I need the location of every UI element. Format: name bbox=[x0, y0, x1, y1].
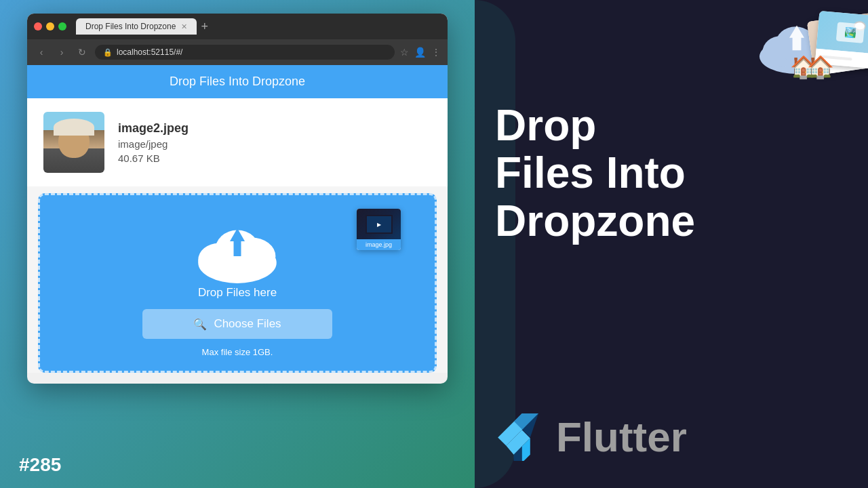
new-tab-button[interactable]: + bbox=[201, 20, 208, 34]
forward-button[interactable]: › bbox=[54, 47, 69, 58]
minimize-button[interactable] bbox=[46, 22, 54, 30]
app-header: Drop Files Into Dropzone bbox=[27, 65, 448, 98]
floating-file-thumbnail: ▶ image.jpg bbox=[357, 209, 401, 250]
title-line1: Drop bbox=[495, 102, 695, 149]
choose-files-button[interactable]: 🔍 Choose Files bbox=[142, 309, 332, 339]
episode-number: #285 bbox=[19, 454, 61, 476]
browser-window: Drop Files Into Dropzone ✕ + ‹ › ↻ 🔒 loc… bbox=[27, 14, 448, 384]
tab-title: Drop Files Into Dropzone bbox=[85, 22, 176, 31]
flutter-label: Flutter bbox=[556, 413, 687, 461]
maximize-button[interactable] bbox=[58, 22, 66, 30]
file-size: 40.67 KB bbox=[118, 152, 189, 164]
bookmark-icon[interactable]: ☆ bbox=[400, 47, 409, 58]
search-icon: 🔍 bbox=[193, 318, 207, 331]
reload-button[interactable]: ↻ bbox=[75, 47, 90, 58]
menu-icon[interactable]: ⋮ bbox=[431, 47, 441, 58]
title-bar: Drop Files Into Dropzone ✕ + bbox=[27, 14, 448, 39]
title-line2: Files Into bbox=[495, 149, 695, 197]
close-button[interactable] bbox=[34, 22, 42, 30]
svg-text:▶: ▶ bbox=[377, 222, 382, 228]
right-panel-title: Drop Files Into Dropzone bbox=[495, 102, 695, 245]
app-content: Drop Files Into Dropzone image2.jpeg ima… bbox=[27, 65, 448, 373]
file-info: image2.jpeg image/jpeg 40.67 KB bbox=[118, 121, 189, 164]
drop-files-text: Drop Files here bbox=[198, 286, 277, 300]
url-text: localhost:52115/#/ bbox=[117, 47, 182, 57]
tab-bar: Drop Files Into Dropzone ✕ + bbox=[76, 18, 441, 35]
floating-file-label: image.jpg bbox=[357, 239, 401, 250]
max-size-text: Max file size 1GB. bbox=[202, 347, 273, 357]
dropzone[interactable]: ▶ image.jpg Drop Files here 🔍 bbox=[38, 193, 437, 373]
choose-files-label: Choose Files bbox=[214, 317, 281, 331]
url-bar[interactable]: 🔒 localhost:52115/#/ bbox=[95, 45, 395, 60]
profile-icon[interactable]: 👤 bbox=[414, 47, 426, 58]
title-line3: Dropzone bbox=[495, 197, 695, 245]
right-panel: 🏔️ 🏞️ 🏠 🏠 Drop Files Into Dropzone bbox=[475, 0, 868, 488]
tab-close-icon[interactable]: ✕ bbox=[181, 22, 187, 31]
cloud-upload-icon bbox=[186, 211, 288, 286]
flutter-logo-icon bbox=[495, 413, 542, 461]
browser-actions: ☆ 👤 ⋮ bbox=[400, 47, 441, 58]
app-title: Drop Files Into Dropzone bbox=[170, 75, 305, 88]
file-type: image/jpeg bbox=[118, 138, 189, 150]
file-thumbnail bbox=[43, 112, 104, 173]
file-preview: image2.jpeg image/jpeg 40.67 KB bbox=[27, 98, 448, 186]
floating-thumb-preview: ▶ bbox=[357, 209, 401, 239]
flutter-branding: Flutter bbox=[495, 413, 687, 461]
traffic-lights bbox=[34, 22, 66, 30]
left-panel: Drop Files Into Dropzone ✕ + ‹ › ↻ 🔒 loc… bbox=[0, 0, 475, 488]
active-tab[interactable]: Drop Files Into Dropzone ✕ bbox=[76, 18, 197, 35]
file-name: image2.jpeg bbox=[118, 121, 189, 136]
address-bar: ‹ › ↻ 🔒 localhost:52115/#/ ☆ 👤 ⋮ bbox=[27, 39, 448, 65]
back-button[interactable]: ‹ bbox=[34, 47, 49, 58]
